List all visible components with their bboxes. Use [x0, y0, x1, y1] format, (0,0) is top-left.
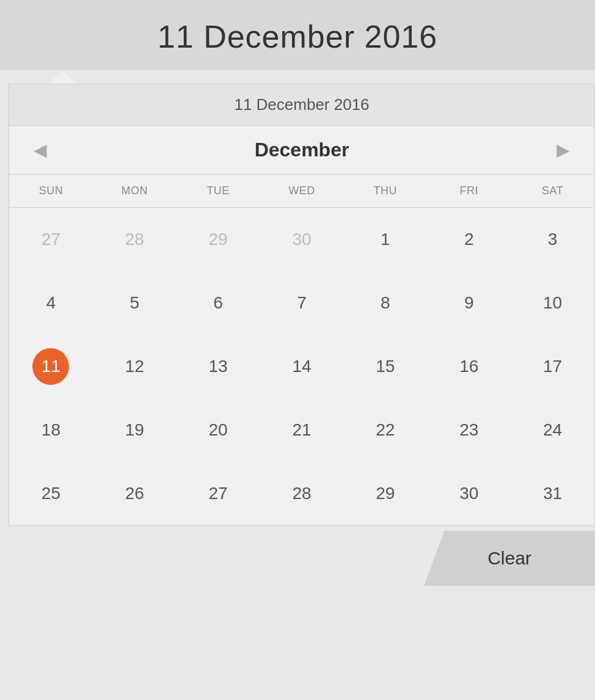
day-cell[interactable]: 9	[427, 271, 511, 335]
day-cell[interactable]: 24	[511, 398, 594, 462]
month-name: December	[255, 139, 349, 161]
day-cell[interactable]: 1	[343, 208, 427, 271]
day-cell[interactable]: 15	[343, 335, 427, 398]
day-cell: 29	[177, 208, 260, 271]
day-cell[interactable]: 8	[343, 271, 427, 335]
day-cell[interactable]: 19	[93, 398, 177, 462]
day-cell[interactable]: 31	[511, 462, 594, 525]
day-cell[interactable]: 28	[260, 462, 344, 525]
month-navigation: ◀ December ▶	[9, 126, 594, 175]
clear-button[interactable]: Clear	[424, 531, 595, 586]
day-cell[interactable]: 3	[511, 208, 594, 271]
day-cell[interactable]: 2	[427, 208, 511, 271]
day-cell[interactable]: 21	[260, 398, 344, 462]
day-cell[interactable]: 22	[343, 398, 427, 462]
day-header-sat: SAT	[511, 175, 594, 207]
day-cell[interactable]: 17	[511, 335, 594, 398]
day-cell[interactable]: 13	[177, 335, 260, 398]
day-header-mon: MON	[93, 175, 177, 207]
day-cell[interactable]: 20	[177, 398, 260, 462]
day-cell[interactable]: 5	[93, 271, 177, 335]
day-cell[interactable]: 10	[511, 271, 594, 335]
title-bar: 11 December 2016	[0, 0, 595, 70]
day-cell[interactable]: 12	[93, 335, 177, 398]
day-header-wed: WED	[260, 175, 344, 207]
day-cell[interactable]: 25	[9, 462, 93, 525]
day-cell[interactable]: 23	[427, 398, 511, 462]
day-cell[interactable]: 7	[260, 271, 344, 335]
next-month-button[interactable]: ▶	[550, 137, 576, 163]
selected-date-display: 11 December 2016	[234, 95, 369, 114]
day-header-tue: TUE	[177, 175, 260, 207]
day-cell[interactable]: 29	[343, 462, 427, 525]
day-cell[interactable]: 6	[177, 271, 260, 335]
day-cell: 28	[93, 208, 177, 271]
page-title: 11 December 2016	[12, 18, 583, 55]
day-cell[interactable]: 26	[93, 462, 177, 525]
day-cell[interactable]: 14	[260, 335, 344, 398]
day-cell: 27	[9, 208, 93, 271]
day-cell[interactable]: 27	[177, 462, 260, 525]
day-headers-row: SUN MON TUE WED THU FRI SAT	[9, 175, 594, 208]
calendar-container: 11 December 2016 ◀ December ▶ SUN MON TU…	[9, 84, 595, 526]
footer: Clear	[0, 531, 595, 586]
day-header-fri: FRI	[427, 175, 511, 207]
days-grid: 2728293012345678910111213141516171819202…	[9, 208, 594, 525]
day-cell[interactable]: 30	[427, 462, 511, 525]
day-cell[interactable]: 11	[9, 335, 93, 398]
day-cell[interactable]: 18	[9, 398, 93, 462]
day-cell: 30	[260, 208, 344, 271]
day-header-thu: THU	[343, 175, 427, 207]
day-cell[interactable]: 16	[427, 335, 511, 398]
prev-month-button[interactable]: ◀	[27, 137, 53, 163]
day-cell[interactable]: 4	[9, 271, 93, 335]
calendar-header: 11 December 2016	[9, 84, 594, 126]
day-header-sun: SUN	[9, 175, 93, 207]
